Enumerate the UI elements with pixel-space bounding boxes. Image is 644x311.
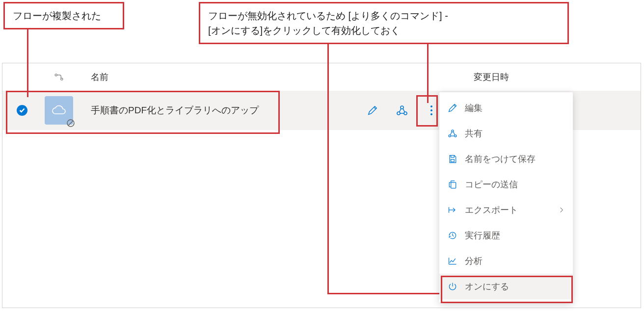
table-header-row: 名前 変更日時 <box>2 63 641 91</box>
history-icon <box>448 231 457 240</box>
copy-icon <box>448 180 457 189</box>
menu-label: エクスポート <box>465 204 518 216</box>
connector-line <box>27 23 28 97</box>
context-menu: 編集 共有 名前をつけて保存 <box>439 92 573 302</box>
menu-label: 分析 <box>465 255 483 267</box>
edit-button[interactable] <box>365 103 380 118</box>
chevron-right-icon <box>558 207 565 213</box>
callout-text-line1: フローが無効化されているため [より多くのコマンド] - <box>208 8 560 23</box>
menu-item-analytics[interactable]: 分析 <box>439 248 573 274</box>
menu-item-share[interactable]: 共有 <box>439 121 573 146</box>
svg-rect-10 <box>451 159 455 162</box>
menu-item-save-as[interactable]: 名前をつけて保存 <box>439 146 573 172</box>
pencil-icon <box>448 103 457 113</box>
vertical-dots-icon <box>430 105 432 115</box>
row-checkbox[interactable] <box>2 105 42 116</box>
menu-label: オンにする <box>465 281 509 292</box>
pencil-icon <box>367 105 378 116</box>
column-header-name[interactable]: 名前 <box>76 71 444 83</box>
callout-text: フローが複製された <box>13 10 101 21</box>
svg-point-8 <box>449 135 451 137</box>
svg-point-7 <box>452 130 454 132</box>
check-circle <box>17 105 27 116</box>
connector-line <box>327 293 441 294</box>
connector-line <box>427 39 429 103</box>
share-icon <box>448 129 457 138</box>
svg-point-5 <box>397 112 400 115</box>
more-commands-button[interactable] <box>424 103 439 118</box>
svg-point-1 <box>61 78 63 80</box>
svg-point-6 <box>404 112 407 115</box>
column-type-icon <box>42 72 76 82</box>
column-header-modified[interactable]: 変更日時 <box>444 71 641 83</box>
svg-point-0 <box>55 74 57 76</box>
row-actions <box>365 103 439 118</box>
menu-item-export[interactable]: エクスポート <box>439 197 573 223</box>
svg-line-3 <box>68 121 73 126</box>
callout-flow-copied: フローが複製された <box>3 2 124 29</box>
menu-item-send-copy[interactable]: コピーの送信 <box>439 172 573 197</box>
menu-label: 共有 <box>465 128 483 139</box>
flow-name[interactable]: 手順書のPDF化とライブラリへのアップ <box>76 104 365 117</box>
disabled-badge-icon <box>66 119 75 128</box>
menu-item-turn-on[interactable]: オンにする <box>439 274 573 299</box>
menu-item-run-history[interactable]: 実行履歴 <box>439 223 573 248</box>
power-icon <box>448 282 457 291</box>
svg-point-4 <box>401 106 403 109</box>
cloud-icon <box>51 104 67 116</box>
connector-line <box>327 39 329 294</box>
checkmark-icon <box>19 108 25 113</box>
share-icon <box>396 104 408 116</box>
svg-point-9 <box>455 135 456 137</box>
menu-item-edit[interactable]: 編集 <box>439 95 573 121</box>
menu-label: 名前をつけて保存 <box>465 153 536 165</box>
svg-rect-11 <box>451 182 456 188</box>
menu-label: 編集 <box>465 102 483 114</box>
analytics-icon <box>448 256 457 266</box>
export-icon <box>448 205 457 215</box>
flow-type-icon <box>54 72 64 82</box>
menu-label: コピーの送信 <box>465 179 518 190</box>
share-button[interactable] <box>394 103 410 118</box>
flow-icon-cell <box>42 96 76 125</box>
flow-icon-box <box>45 96 73 125</box>
callout-enable-flow: フローが無効化されているため [より多くのコマンド] - [オンにする]をクリッ… <box>199 2 569 44</box>
save-icon <box>448 154 457 164</box>
callout-text-line2: [オンにする]をクリックして有効化しておく <box>208 23 560 38</box>
menu-label: 実行履歴 <box>465 230 500 241</box>
